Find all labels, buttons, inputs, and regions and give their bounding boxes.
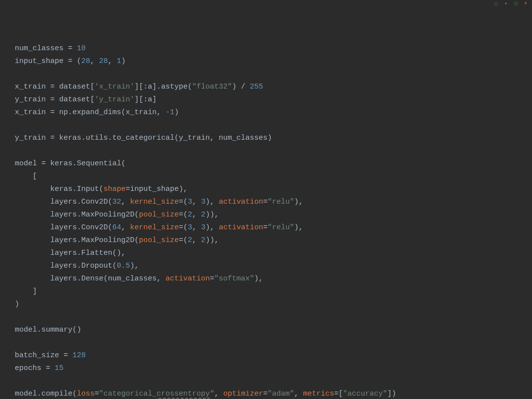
code-token: = — [263, 390, 267, 398]
code-token: 'x_train' — [95, 83, 134, 91]
code-line[interactable]: model.summary() — [15, 324, 532, 337]
code-token: 3 — [188, 198, 192, 206]
code-token: "relu" — [267, 198, 294, 206]
code-line[interactable]: keras.Input(shape=input_shape), — [15, 183, 532, 196]
code-token — [15, 236, 50, 245]
code-line[interactable]: batch_size = 128 — [15, 349, 532, 362]
code-token: keras.Input( — [50, 185, 103, 193]
code-line[interactable] — [15, 337, 532, 349]
code-token: ][:a] — [134, 95, 157, 104]
code-token: = — [263, 198, 267, 206]
code-token: num_classes = — [15, 44, 77, 53]
code-token: ) / — [232, 83, 250, 91]
code-line[interactable]: model.compile(loss="categorical_crossent… — [15, 388, 532, 399]
code-token: model = keras.Sequential( — [15, 159, 126, 168]
code-line[interactable]: layers.MaxPooling2D(pool_size=(2, 2)), — [15, 234, 532, 247]
code-token: layers.Flatten(), — [50, 249, 126, 257]
code-token: kernel_size — [130, 223, 179, 232]
code-token: =input_shape), — [126, 185, 188, 193]
code-token: "softmax" — [214, 275, 254, 283]
code-token: metrics — [303, 390, 334, 398]
code-line[interactable]: layers.MaxPooling2D(pool_size=(2, 2)), — [15, 209, 532, 221]
code-token: "accuracy" — [343, 390, 387, 398]
code-line[interactable]: y_train = dataset['y_train'][:a] — [15, 93, 532, 106]
code-line[interactable]: layers.Conv2D(32, kernel_size=(3, 3), ac… — [15, 196, 532, 209]
code-line[interactable]: model = keras.Sequential( — [15, 157, 532, 170]
code-line[interactable]: ) — [15, 298, 532, 311]
circle2-icon[interactable]: ◯ — [512, 0, 519, 7]
code-token: 0.5 — [117, 262, 130, 270]
code-token: , — [121, 198, 130, 206]
code-token: ), — [294, 223, 303, 232]
code-token: = — [95, 390, 99, 398]
code-token: ), — [130, 262, 139, 270]
settings-icon[interactable]: ✦ — [502, 0, 509, 7]
code-line[interactable]: num_classes = 10 — [15, 42, 532, 55]
code-token: ]) — [387, 390, 396, 398]
code-token: "categorical_ — [99, 390, 157, 398]
code-token: ), — [205, 223, 219, 232]
code-token: layers.MaxPooling2D( — [50, 211, 139, 219]
code-token: y_train = dataset[ — [15, 95, 95, 104]
code-token: pool_size — [139, 236, 179, 245]
code-token: ), — [205, 198, 219, 206]
code-line[interactable] — [15, 375, 532, 388]
code-line[interactable] — [15, 145, 532, 157]
code-line[interactable]: layers.Flatten(), — [15, 247, 532, 260]
code-token — [15, 249, 50, 257]
code-token: ), — [254, 275, 263, 283]
code-token: 128 — [72, 351, 86, 360]
code-token: )), — [205, 211, 219, 219]
code-line[interactable]: y_train = keras.utils.to_categorical(y_t… — [15, 132, 532, 145]
code-token: "adam" — [267, 390, 294, 398]
code-token: 2 — [201, 211, 205, 219]
code-token: [ — [33, 172, 37, 181]
code-line[interactable]: layers.Dense(num_classes, activation="so… — [15, 273, 532, 285]
code-token: activation — [219, 223, 263, 232]
code-token: 'y_train' — [95, 95, 134, 104]
code-line[interactable]: layers.Dropout(0.5), — [15, 260, 532, 273]
code-editor[interactable]: ◯✦◯⚡ num_classes = 10input_shape = (28, … — [0, 0, 532, 399]
code-line[interactable] — [15, 68, 532, 81]
bolt-icon[interactable]: ⚡ — [522, 0, 529, 7]
code-line[interactable] — [15, 311, 532, 324]
code-token: ) — [15, 300, 19, 308]
code-token: 32 — [112, 198, 121, 206]
code-token: =( — [179, 198, 188, 206]
code-token: =( — [179, 236, 188, 245]
code-token: activation — [219, 198, 263, 206]
code-token: 255 — [250, 83, 263, 91]
code-line[interactable]: epochs = 15 — [15, 362, 532, 375]
code-token — [15, 275, 50, 283]
code-token: optimizer — [223, 390, 263, 398]
code-line[interactable]: ] — [15, 285, 532, 298]
code-token: 28 — [99, 57, 108, 65]
circle1-icon[interactable]: ◯ — [493, 0, 499, 7]
code-token: 64 — [112, 223, 121, 232]
code-line[interactable]: x_train = dataset['x_train'][:a].astype(… — [15, 81, 532, 93]
code-token: 2 — [201, 236, 205, 245]
code-token: model.compile( — [15, 390, 77, 398]
code-token: crossentropy — [157, 390, 210, 398]
code-line[interactable]: input_shape = (28, 28, 1) — [15, 55, 532, 68]
code-token: activation — [166, 275, 210, 283]
code-line[interactable]: [ — [15, 170, 532, 183]
code-token: batch_size = — [15, 351, 72, 360]
code-line[interactable]: x_train = np.expand_dims(x_train, -1) — [15, 106, 532, 119]
code-token: 3 — [201, 223, 205, 232]
code-area[interactable]: num_classes = 10input_shape = (28, 28, 1… — [15, 42, 532, 399]
code-line[interactable] — [15, 119, 532, 132]
code-token: , — [108, 57, 117, 65]
code-token: 3 — [201, 198, 205, 206]
code-token: =[ — [334, 390, 343, 398]
code-token: 1 — [117, 57, 121, 65]
code-token: layers.Conv2D( — [50, 223, 112, 232]
code-token: layers.Dropout( — [50, 262, 117, 270]
code-token: x_train = dataset[ — [15, 83, 95, 91]
editor-toolbar: ◯✦◯⚡ — [493, 0, 529, 7]
code-line[interactable]: layers.Conv2D(64, kernel_size=(3, 3), ac… — [15, 221, 532, 234]
code-token: 3 — [188, 223, 192, 232]
code-token: 10 — [77, 44, 86, 53]
code-token — [15, 172, 33, 181]
code-token: ) — [121, 57, 126, 65]
